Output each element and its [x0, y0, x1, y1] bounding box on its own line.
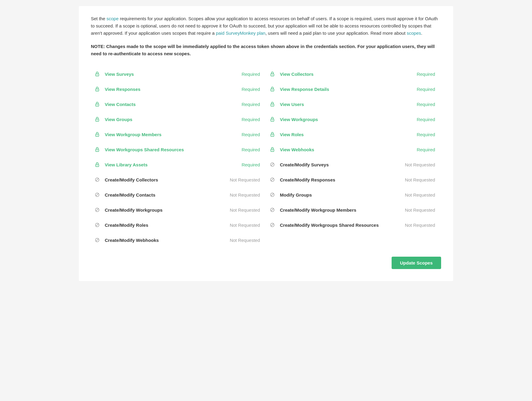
scope-name: View Response Details	[280, 87, 412, 92]
lock-icon	[94, 131, 101, 138]
svg-point-13	[97, 120, 98, 120]
scope-status: Not Requested	[230, 207, 260, 213]
lock-icon	[94, 116, 101, 123]
svg-point-7	[272, 90, 273, 90]
svg-point-3	[272, 75, 273, 75]
scope-name: View Users	[280, 102, 412, 107]
lock-icon	[94, 86, 101, 92]
paid-plan-link[interactable]: paid SurveyMonkey plan	[216, 30, 265, 36]
scope-status: Required	[242, 147, 260, 152]
svg-point-25	[97, 165, 98, 166]
scope-status: Required	[242, 117, 260, 122]
lock-icon	[269, 146, 276, 153]
block-icon	[269, 222, 276, 228]
scope-item-right: Create/Modify Surveys Not Requested	[266, 157, 441, 172]
block-icon	[269, 207, 276, 213]
svg-line-39	[271, 209, 274, 211]
lock-icon	[269, 71, 276, 77]
scope-name: Create/Modify Workgroups Shared Resource…	[280, 223, 401, 228]
scope-item-left: View Workgroup Members Required	[91, 127, 266, 142]
scope-name: Create/Modify Roles	[105, 223, 226, 228]
scope-name: View Webhooks	[280, 147, 412, 152]
svg-line-29	[96, 178, 98, 181]
scope-item-left: Create/Modify Contacts Not Requested	[91, 187, 266, 202]
scope-name: Create/Modify Webhooks	[105, 238, 226, 243]
scope-name: View Collectors	[280, 72, 412, 77]
block-icon	[269, 176, 276, 183]
svg-line-37	[96, 209, 98, 211]
scope-name: View Groups	[105, 117, 237, 122]
scope-item-right: Create/Modify Workgroup Members Not Requ…	[266, 202, 441, 217]
scope-name: Create/Modify Workgroups	[105, 207, 226, 213]
scope-name: View Workgroup Members	[105, 132, 237, 137]
block-icon	[94, 207, 101, 213]
scope-item-right: View Webhooks Required	[266, 142, 441, 157]
svg-point-1	[97, 75, 98, 75]
svg-point-17	[97, 135, 98, 136]
scope-item-right: View Users Required	[266, 97, 441, 112]
lock-icon	[94, 146, 101, 153]
scope-name: View Workgroups	[280, 117, 412, 122]
scope-name: Create/Modify Surveys	[280, 162, 401, 167]
scopes-link[interactable]: scopes	[407, 30, 421, 36]
scope-item-right: Create/Modify Responses Not Requested	[266, 172, 441, 187]
svg-point-5	[97, 90, 98, 90]
scope-item-right: View Response Details Required	[266, 82, 441, 97]
svg-line-45	[96, 239, 98, 241]
scope-item-left: View Surveys Required	[91, 66, 266, 82]
scope-item-right: Create/Modify Workgroups Shared Resource…	[266, 217, 441, 233]
block-icon	[94, 176, 101, 183]
scope-item-right: Modify Groups Not Requested	[266, 187, 441, 202]
scope-item-left: View Contacts Required	[91, 97, 266, 112]
scope-status: Required	[242, 87, 260, 92]
intro-paragraph: Set the scope requirements for your appl…	[91, 15, 441, 37]
svg-line-31	[271, 178, 274, 181]
update-scopes-button[interactable]: Update Scopes	[392, 257, 441, 269]
scope-status: Required	[417, 102, 435, 107]
lock-icon	[94, 71, 101, 77]
block-icon	[94, 237, 101, 243]
scopes-grid: View Surveys Required View Collectors Re…	[91, 66, 441, 248]
scope-item-left: Create/Modify Collectors Not Requested	[91, 172, 266, 187]
scope-status: Not Requested	[405, 162, 435, 167]
scope-status: Not Requested	[230, 238, 260, 243]
svg-point-9	[97, 105, 98, 105]
block-icon	[269, 191, 276, 198]
scope-item-left: View Workgroups Shared Resources Require…	[91, 142, 266, 157]
scope-status: Required	[417, 72, 435, 77]
scope-item-right: View Workgroups Required	[266, 112, 441, 127]
lock-icon	[94, 101, 101, 107]
scope-status: Not Requested	[405, 177, 435, 182]
scope-item-empty	[266, 233, 441, 248]
scope-name: View Workgroups Shared Resources	[105, 147, 237, 152]
scope-status: Not Requested	[405, 207, 435, 213]
scope-status: Not Requested	[405, 223, 435, 228]
scope-status: Required	[242, 132, 260, 137]
scope-status: Not Requested	[230, 192, 260, 197]
svg-point-23	[272, 150, 273, 151]
scope-name: View Surveys	[105, 72, 237, 77]
scope-name: View Responses	[105, 87, 237, 92]
scope-item-left: Create/Modify Webhooks Not Requested	[91, 233, 266, 248]
scope-name: Create/Modify Contacts	[105, 192, 226, 197]
lock-icon	[94, 161, 101, 168]
scope-status: Required	[417, 132, 435, 137]
svg-line-27	[271, 163, 274, 166]
scope-item-right: View Roles Required	[266, 127, 441, 142]
scope-item-right: View Collectors Required	[266, 66, 441, 82]
scope-status: Required	[242, 72, 260, 77]
scope-status: Required	[242, 162, 260, 167]
scope-status: Not Requested	[230, 223, 260, 228]
block-icon	[94, 222, 101, 228]
scope-link[interactable]: scope	[107, 16, 119, 21]
note-paragraph: NOTE: Changes made to the scope will be …	[91, 43, 441, 57]
svg-line-35	[271, 194, 274, 196]
scope-status: Not Requested	[230, 177, 260, 182]
lock-icon	[269, 86, 276, 92]
scope-status: Required	[417, 87, 435, 92]
svg-line-33	[96, 194, 98, 196]
main-container: Set the scope requirements for your appl…	[79, 6, 453, 281]
svg-point-15	[272, 120, 273, 120]
scope-item-left: Create/Modify Workgroups Not Requested	[91, 202, 266, 217]
scope-status: Required	[417, 117, 435, 122]
